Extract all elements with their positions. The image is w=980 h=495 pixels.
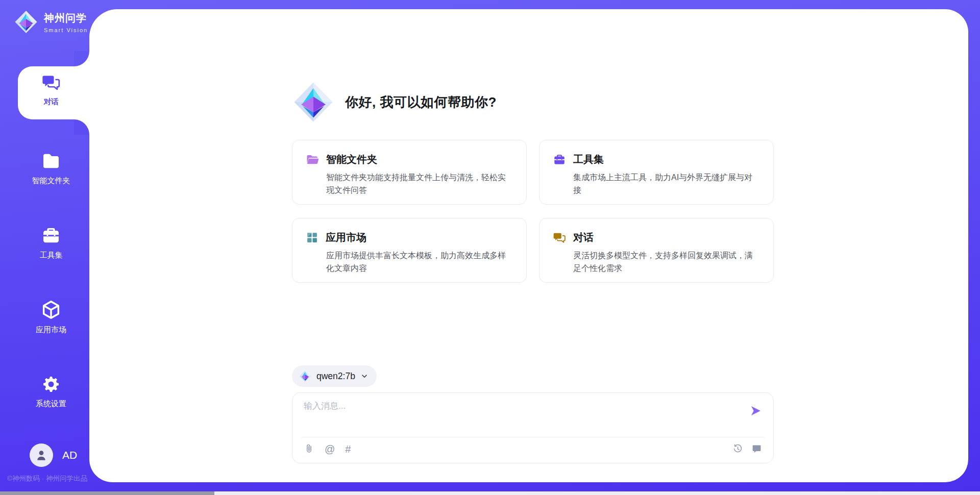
card-description: 智能文件夹功能支持批量文件上传与清洗，轻松实现文件问答 bbox=[326, 171, 513, 197]
cube-icon bbox=[10, 299, 92, 320]
at-mention-icon[interactable]: @ bbox=[325, 444, 335, 454]
sidebar-item-label: 应用市场 bbox=[10, 325, 92, 335]
brand-logo-icon bbox=[14, 10, 38, 34]
card-description: 应用市场提供丰富长文本模板，助力高效生成多样化文章内容 bbox=[326, 250, 513, 275]
toolbox-icon bbox=[553, 153, 566, 166]
message-input[interactable] bbox=[304, 400, 743, 433]
card-toolset[interactable]: 工具集 集成市场上主流工具，助力AI与外界无缝扩展与对接 bbox=[539, 140, 774, 205]
feature-cards: 智能文件夹 智能文件夹功能支持批量文件上传与清洗，轻松实现文件问答 工具集 集成… bbox=[292, 140, 774, 283]
sidebar-footer: ©神州数码 · 神州问学出品 bbox=[7, 474, 87, 483]
brand-name: 神州问学 bbox=[44, 11, 88, 25]
sidebar-item-label: 系统设置 bbox=[10, 399, 92, 409]
chat-icon bbox=[553, 231, 566, 244]
user-profile[interactable]: AD bbox=[30, 443, 77, 467]
greeting: 你好, 我可以如何帮助你? bbox=[293, 82, 497, 122]
greeting-logo-icon bbox=[293, 82, 334, 122]
card-chat[interactable]: 对话 灵活切换多模型文件，支持多样回复效果调试，满足个性化需求 bbox=[539, 218, 774, 283]
card-title: 工具集 bbox=[573, 153, 604, 166]
card-description: 灵活切换多模型文件，支持多样回复效果调试，满足个性化需求 bbox=[573, 250, 760, 275]
nav-curve-top bbox=[74, 51, 89, 66]
hash-icon[interactable]: # bbox=[345, 444, 351, 454]
card-smart-folder[interactable]: 智能文件夹 智能文件夹功能支持批量文件上传与清洗，轻松实现文件问答 bbox=[292, 140, 527, 205]
chevron-down-icon bbox=[360, 372, 369, 380]
sidebar-item-toolset[interactable]: 工具集 bbox=[10, 226, 92, 260]
model-logo-icon bbox=[299, 370, 311, 382]
user-icon bbox=[35, 449, 48, 462]
model-selector[interactable]: qwen2:7b bbox=[292, 365, 377, 387]
avatar bbox=[30, 443, 53, 467]
gear-icon bbox=[10, 374, 92, 394]
sidebar-item-app-market[interactable]: 应用市场 bbox=[10, 299, 92, 335]
card-title: 对话 bbox=[573, 231, 594, 244]
folder-open-icon bbox=[306, 153, 319, 166]
sidebar-item-label: 工具集 bbox=[10, 251, 92, 260]
nav-curve-bottom bbox=[74, 119, 89, 135]
message-composer: @ # bbox=[292, 392, 774, 463]
card-app-market[interactable]: 应用市场 应用市场提供丰富长文本模板，助力高效生成多样化文章内容 bbox=[292, 218, 527, 283]
horizontal-scrollbar-track[interactable] bbox=[0, 491, 980, 495]
toolbox-icon bbox=[10, 226, 92, 246]
apps-icon bbox=[306, 231, 318, 244]
horizontal-scrollbar-thumb[interactable] bbox=[0, 491, 214, 495]
folder-icon bbox=[10, 151, 92, 171]
sidebar-item-label: 智能文件夹 bbox=[10, 176, 92, 186]
card-title: 智能文件夹 bbox=[326, 153, 377, 166]
card-title: 应用市场 bbox=[326, 231, 366, 244]
comment-icon[interactable] bbox=[751, 443, 762, 454]
composer-divider bbox=[302, 437, 764, 437]
sidebar-item-label: 对话 bbox=[10, 97, 92, 107]
sidebar-item-settings[interactable]: 系统设置 bbox=[10, 374, 92, 409]
send-icon[interactable] bbox=[749, 404, 762, 417]
paperclip-icon[interactable] bbox=[304, 443, 314, 454]
sidebar-item-chat[interactable]: 对话 bbox=[10, 73, 92, 107]
brand: 神州问学 Smart Vision bbox=[14, 10, 88, 34]
model-name: qwen2:7b bbox=[316, 371, 355, 382]
sidebar-item-smart-folder[interactable]: 智能文件夹 bbox=[10, 151, 92, 186]
history-icon[interactable] bbox=[732, 443, 743, 454]
card-description: 集成市场上主流工具，助力AI与外界无缝扩展与对接 bbox=[573, 171, 760, 197]
chat-icon bbox=[10, 73, 92, 92]
user-name: AD bbox=[62, 449, 77, 461]
brand-subtitle: Smart Vision bbox=[44, 27, 88, 33]
greeting-text: 你好, 我可以如何帮助你? bbox=[345, 93, 497, 111]
